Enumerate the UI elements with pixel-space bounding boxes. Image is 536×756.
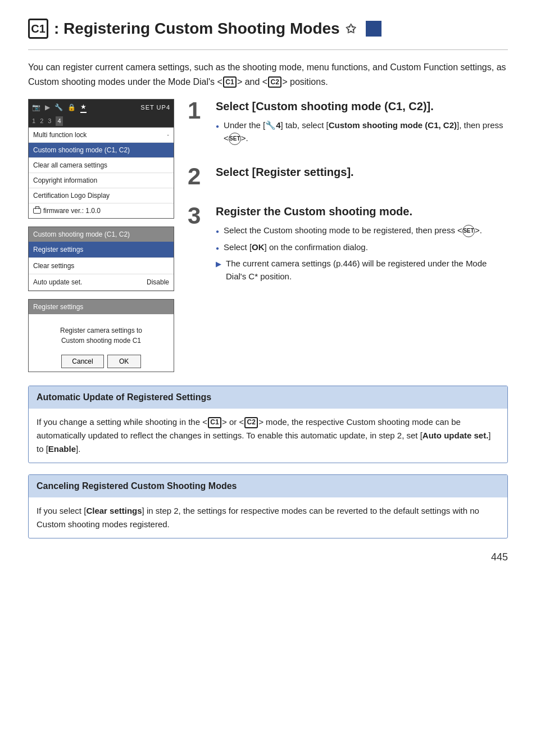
title-divider [28,49,508,50]
tab-icon-camera: 📷 [32,102,40,112]
menu-item-multifunction: Multi function lock - [29,128,174,143]
dialog-body: Register camera settings to Custom shoot… [29,314,174,351]
c1-inline-2: C1 [208,417,221,428]
auto-update-header: Automatic Update of Registered Settings [29,386,507,409]
setup-label: SET UP4 [140,103,170,112]
c1-inline: C1 [223,76,237,88]
num-3: 3 [48,116,51,126]
set-icon-2: SET [462,225,475,237]
submenu-item-clear: Clear settings [29,258,174,274]
tab-icons: 📷 ▶ 🔧 🔒 ★ [32,102,87,113]
menu-item-firmware: firmware ver.: 1.0.0 [29,203,174,218]
bullet-circle: ● [216,122,219,130]
c1-icon: C1 [28,19,48,39]
color-block [366,21,381,37]
tab-icon-lock: 🔒 [67,102,76,112]
canceling-header: Canceling Registered Custom Shooting Mod… [29,475,507,497]
firmware-label: firmware ver.: 1.0.0 [43,206,101,216]
step-3: 3 Register the Custom shooting mode. ● S… [188,204,508,287]
submenu-screen: Custom shooting mode (C1, C2) Register s… [28,227,174,291]
title-text: : Registering Custom Shooting Modes [54,17,340,40]
ok-button[interactable]: OK [107,355,141,368]
screenshots-column: 📷 ▶ 🔧 🔒 ★ SET UP4 1 2 3 4 Multi function… [28,99,174,372]
submenu-header: Custom shooting mode (C1, C2) [29,227,174,242]
steps-column: 1 Select [Custom shooting mode (C1, C2)]… [188,99,508,372]
step-2-heading: Select [Register settings]. [216,165,508,179]
menu-item-label: Custom shooting mode (C1, C2) [33,145,130,155]
step-1-bullets: ● Under the [🔧4] tab, select [Custom sho… [216,119,508,145]
step-3-bullet-1: ● Select the Custom shooting mode to be … [216,224,508,237]
menu-item-label: Copyright information [33,175,97,185]
step-3-bullet-1-text: Select the Custom shooting mode to be re… [224,224,508,237]
set-icon: SET [229,133,241,145]
menu-numbers: 1 2 3 4 [29,115,174,128]
intro-text: You can register current camera settings… [28,60,508,89]
step-1: 1 Select [Custom shooting mode (C1, C2)]… [188,99,508,149]
dialog-screen: Register settings Register camera settin… [28,299,174,372]
menu-item-label: Certification Logo Display [33,191,110,201]
bullet-circle-2: ● [216,244,219,252]
menu-item-label: Multi function lock [33,130,87,140]
step-2-content: Select [Register settings]. [216,165,508,185]
step-1-heading: Select [Custom shooting mode (C1, C2)]. [216,99,508,114]
submenu-item-autoupdate: Auto update set. Disable [29,274,174,291]
steps-area: 📷 ▶ 🔧 🔒 ★ SET UP4 1 2 3 4 Multi function… [28,99,508,372]
menu-item-custom-shooting: Custom shooting mode (C1, C2) [29,143,174,158]
dialog-header: Register settings [29,300,174,314]
bullet-arrow: ▶ [216,259,221,270]
dialog-body-line1: Register camera settings to [60,327,142,334]
tab-icon-wrench: 🔧 [54,102,63,112]
star-icon: ✩ [346,20,356,38]
step-3-bullet-3-text: The current camera settings (p.446) will… [226,257,508,283]
step-3-content: Register the Custom shooting mode. ● Sel… [216,204,508,287]
page-title: C1 : Registering Custom Shooting Modes ✩ [28,17,508,40]
tab-icon-star: ★ [80,102,87,113]
menu-item-certification: Certification Logo Display [29,188,174,203]
submenu-item-label: Clear settings [33,261,74,271]
canceling-box: Canceling Registered Custom Shooting Mod… [28,474,508,538]
bullet-circle-1: ● [216,227,219,236]
camera-icon-sm [33,208,41,214]
c2-inline-2: C2 [244,417,258,428]
tab-icon-play: ▶ [45,102,50,112]
canceling-body: If you select [Clear settings] in step 2… [29,497,507,538]
num-1: 1 [32,116,35,126]
step-1-content: Select [Custom shooting mode (C1, C2)]. … [216,99,508,149]
menu-item-clear: Clear all camera settings [29,158,174,173]
step-3-heading: Register the Custom shooting mode. [216,204,508,219]
step-3-number: 3 [188,204,208,228]
cancel-button[interactable]: Cancel [61,355,103,368]
step-1-number: 1 [188,99,208,123]
step-2: 2 Select [Register settings]. [188,165,508,188]
step-2-number: 2 [188,165,208,188]
submenu-item-label: Register settings [33,245,83,255]
menu-item-label: Clear all camera settings [33,160,107,170]
num-4-active: 4 [56,116,62,126]
num-2: 2 [40,116,43,126]
step-3-bullet-3: ▶ The current camera settings (p.446) wi… [216,257,508,283]
dialog-body-line2: Custom shooting mode C1 [61,337,141,345]
step-3-bullet-2: ● Select [OK] on the confirmation dialog… [216,241,508,254]
dialog-buttons: Cancel OK [29,351,174,372]
c2-inline: C2 [268,76,281,88]
menu-item-val: - [167,130,169,139]
menu-item-copyright: Copyright information [29,173,174,188]
step-1-bullet-1: ● Under the [🔧4] tab, select [Custom sho… [216,119,508,145]
submenu-item-register: Register settings [29,242,174,258]
submenu-item-label: Auto update set. [33,277,82,287]
step-1-bullet-1-text: Under the [🔧4] tab, select [Custom shoot… [224,119,508,145]
page-number: 445 [28,550,508,565]
menu-tabs: 📷 ▶ 🔧 🔒 ★ SET UP4 [29,99,174,115]
menu-screen-1: 📷 ▶ 🔧 🔒 ★ SET UP4 1 2 3 4 Multi function… [28,99,174,219]
step-3-bullets: ● Select the Custom shooting mode to be … [216,224,508,283]
auto-update-box: Automatic Update of Registered Settings … [28,386,508,463]
step-3-bullet-2-text: Select [OK] on the confirmation dialog. [224,241,508,254]
submenu-item-value: Disable [147,277,169,287]
auto-update-body: If you change a setting while shooting i… [29,409,507,463]
